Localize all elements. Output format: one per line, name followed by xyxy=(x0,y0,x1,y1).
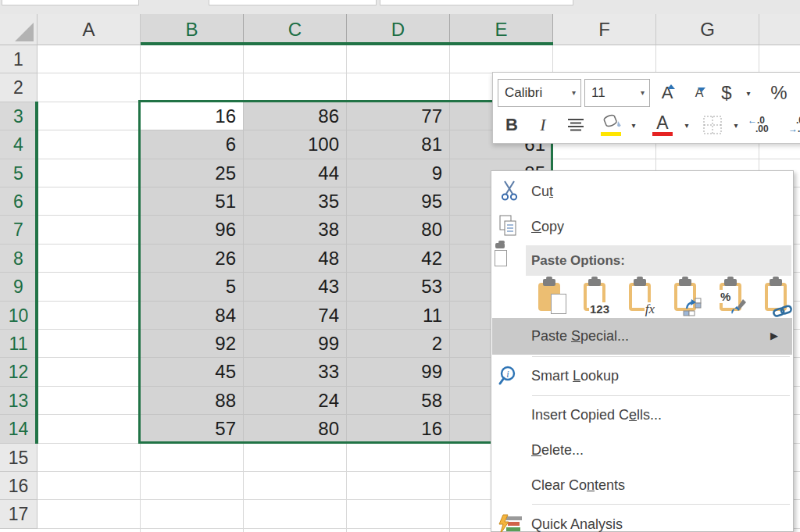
cell-D6[interactable]: 95 xyxy=(347,187,450,216)
cell-D17[interactable] xyxy=(347,500,450,528)
column-header-A[interactable]: A xyxy=(38,14,141,45)
cell-D5[interactable]: 9 xyxy=(347,159,450,187)
increase-font-size-button[interactable]: A xyxy=(654,79,680,107)
cell-A11[interactable] xyxy=(38,330,141,358)
row-header-4[interactable]: 4 xyxy=(0,130,38,159)
menu-item-smart-lookup[interactable]: i Smart Lookup xyxy=(492,359,792,394)
cell-C15[interactable] xyxy=(244,444,347,472)
cell-B17[interactable] xyxy=(141,500,244,528)
decrease-decimal-button[interactable]: .00 →.0 xyxy=(788,112,800,138)
cell-B2[interactable] xyxy=(141,73,244,102)
accounting-format-button[interactable]: $ xyxy=(715,79,738,107)
cell-C14[interactable]: 80 xyxy=(244,415,347,443)
cell-A3[interactable] xyxy=(38,102,141,130)
cell-D4[interactable]: 81 xyxy=(347,130,450,159)
cell-A4[interactable] xyxy=(38,130,141,159)
column-header-D[interactable]: D xyxy=(347,14,450,45)
italic-button[interactable]: I xyxy=(534,112,552,138)
cell-B4[interactable]: 6 xyxy=(141,130,244,159)
menu-item-paste-special[interactable]: Paste Special... ▶ xyxy=(492,318,792,355)
font-color-dropdown[interactable]: ▾ xyxy=(680,112,693,138)
fill-color-dropdown[interactable]: ▾ xyxy=(627,112,640,138)
cell-A18[interactable] xyxy=(38,529,141,532)
cell-A14[interactable] xyxy=(38,415,141,443)
cell-B8[interactable]: 26 xyxy=(141,245,244,273)
cell-D8[interactable]: 42 xyxy=(347,245,450,273)
row-header-13[interactable]: 13 xyxy=(0,387,38,415)
cell-C18[interactable] xyxy=(244,529,347,532)
borders-dropdown[interactable]: ▾ xyxy=(729,112,743,138)
row-header-11[interactable]: 11 xyxy=(0,330,38,358)
paste-transpose-button[interactable] xyxy=(667,278,703,318)
cell-C13[interactable]: 24 xyxy=(244,387,347,415)
cell-B15[interactable] xyxy=(141,444,244,472)
paste-values-button[interactable]: 123 xyxy=(577,278,612,318)
cell-A2[interactable] xyxy=(38,73,141,102)
cell-D14[interactable]: 16 xyxy=(347,415,450,443)
column-header-F[interactable]: F xyxy=(553,14,656,45)
cell-C1[interactable] xyxy=(244,45,347,73)
bold-button[interactable]: B xyxy=(501,112,523,138)
cell-C6[interactable]: 35 xyxy=(244,187,347,216)
cell-B9[interactable]: 5 xyxy=(141,273,244,301)
menu-item-clear-contents[interactable]: Clear Contents xyxy=(492,468,792,503)
paste-formulas-button[interactable]: fx xyxy=(622,278,658,318)
row-header-3[interactable]: 3 xyxy=(0,102,38,130)
cell-B13[interactable]: 88 xyxy=(141,387,244,415)
row-header-12[interactable]: 12 xyxy=(0,358,38,386)
cell-A7[interactable] xyxy=(38,216,141,244)
row-header-16[interactable]: 16 xyxy=(0,472,38,500)
cell-C2[interactable] xyxy=(244,73,347,102)
row-header-5[interactable]: 5 xyxy=(0,159,38,187)
cell-B5[interactable]: 25 xyxy=(141,159,244,187)
row-header-14[interactable]: 14 xyxy=(0,415,38,443)
cell-A12[interactable] xyxy=(38,358,141,386)
row-header-1[interactable]: 1 xyxy=(0,45,38,73)
cell-D11[interactable]: 2 xyxy=(347,330,450,358)
row-header-17[interactable]: 17 xyxy=(0,500,38,528)
cell-C9[interactable]: 43 xyxy=(244,273,347,301)
cell-C8[interactable]: 48 xyxy=(244,245,347,273)
row-header-15[interactable]: 15 xyxy=(0,444,38,472)
cell-A15[interactable] xyxy=(38,444,141,472)
cell-D12[interactable]: 99 xyxy=(347,358,450,386)
cell-A1[interactable] xyxy=(38,45,141,73)
menu-item-delete[interactable]: Delete... xyxy=(492,433,792,468)
font-size-combobox[interactable]: 11 ▾ xyxy=(584,79,650,107)
cell-C17[interactable] xyxy=(244,500,347,528)
cell-A13[interactable] xyxy=(38,387,141,415)
cell-B7[interactable]: 96 xyxy=(141,216,244,244)
row-header-7[interactable]: 7 xyxy=(0,216,38,244)
cell-B1[interactable] xyxy=(141,45,244,73)
row-header-9[interactable]: 9 xyxy=(0,273,38,301)
row-header-2[interactable]: 2 xyxy=(0,73,38,102)
font-name-combobox[interactable]: Calibri ▾ xyxy=(498,79,581,107)
row-header-10[interactable]: 10 xyxy=(0,302,38,330)
increase-decimal-button[interactable]: ←.0 .00 xyxy=(748,112,777,138)
cell-C5[interactable]: 44 xyxy=(244,159,347,187)
cell-B14[interactable]: 57 xyxy=(141,415,244,443)
cell-A5[interactable] xyxy=(38,159,141,187)
column-header-E[interactable]: E xyxy=(450,14,553,45)
percent-style-button[interactable]: % xyxy=(765,79,793,107)
row-header-8[interactable]: 8 xyxy=(0,245,38,273)
column-header-B[interactable]: B xyxy=(141,14,244,45)
accounting-format-dropdown[interactable]: ▾ xyxy=(741,79,755,107)
column-header-C[interactable]: C xyxy=(244,14,347,45)
cell-A16[interactable] xyxy=(38,472,141,500)
cell-D16[interactable] xyxy=(347,472,450,500)
chevron-down-icon[interactable]: ▾ xyxy=(572,80,576,106)
cell-C4[interactable]: 100 xyxy=(244,130,347,159)
cell-A10[interactable] xyxy=(38,302,141,330)
font-color-button[interactable]: A xyxy=(648,112,677,138)
cell-B3[interactable]: 16 xyxy=(141,102,244,130)
cell-D3[interactable]: 77 xyxy=(347,102,450,130)
borders-button[interactable] xyxy=(699,112,726,138)
menu-item-insert-copied-cells[interactable]: Insert Copied Cells... xyxy=(492,398,792,433)
menu-item-copy[interactable]: Copy xyxy=(492,209,792,245)
column-header-H[interactable]: H xyxy=(759,14,800,45)
cell-F1[interactable] xyxy=(553,45,656,73)
cell-G1[interactable] xyxy=(656,45,759,73)
menu-item-quick-analysis[interactable]: Quick Analysis xyxy=(492,507,792,532)
paste-button[interactable] xyxy=(531,278,567,318)
